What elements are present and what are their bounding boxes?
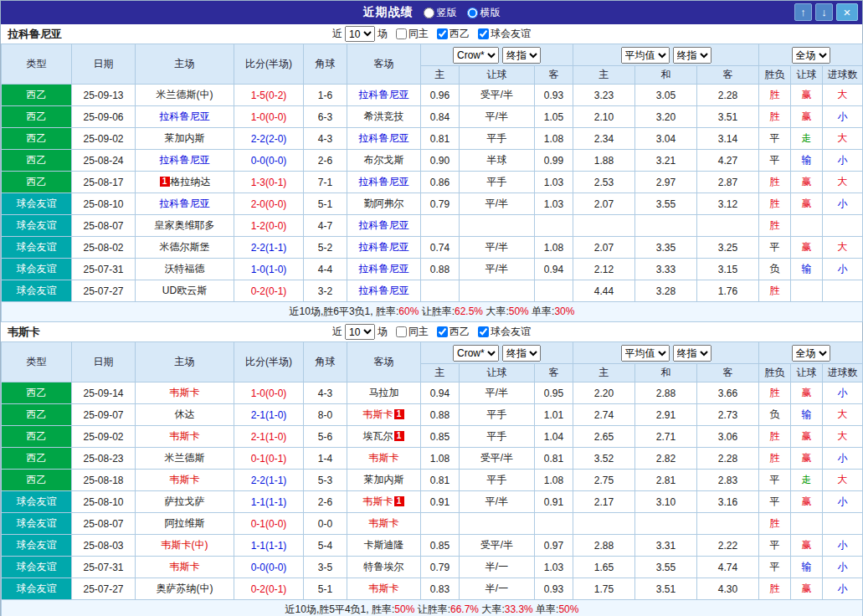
team-label: 萨拉戈萨 [165, 495, 205, 507]
cell-result-handicap: 赢 [791, 535, 823, 557]
recent-count-select[interactable]: 10 [345, 26, 375, 42]
avg-provider-select[interactable]: 平均值 [621, 345, 670, 362]
cell-result-wdl: 平 [759, 237, 791, 259]
friendly-checkbox-text: 球会友谊 [491, 27, 531, 41]
same-venue-checkbox[interactable] [396, 326, 407, 337]
odds-provider-select[interactable]: Crow* [453, 47, 499, 64]
cell-avg-away: 2.28 [697, 448, 759, 470]
same-venue-checkbox-label[interactable]: 同主 [396, 325, 429, 339]
cell-score: 0-0(0-0) [234, 150, 304, 172]
cell-avg-home [573, 215, 635, 237]
scope-select[interactable]: 全场 [792, 345, 830, 362]
close-button[interactable]: × [836, 3, 858, 21]
friendly-checkbox-label[interactable]: 球会友谊 [478, 27, 531, 41]
col-odds-away: 客 [535, 66, 573, 85]
cell-corners: 2-6 [304, 150, 347, 172]
cell-type: 西乙 [2, 404, 72, 426]
cell-odds-handicap: 半/一 [460, 578, 535, 600]
cell-date: 25-07-27 [72, 578, 136, 600]
friendly-checkbox[interactable] [478, 28, 489, 39]
league-checkbox[interactable] [437, 326, 448, 337]
match-row: 西乙25-09-13米兰德斯(中)1-5(0-2)1-6拉科鲁尼亚0.96受平/… [2, 85, 863, 106]
vertical-radio-input[interactable] [424, 8, 434, 18]
layout-radio-vertical[interactable]: 竖版 [424, 6, 457, 20]
cell-home: 米德尔斯堡 [136, 237, 234, 259]
recent-count-select[interactable]: 10 [345, 324, 375, 340]
scope-select[interactable]: 全场 [792, 47, 830, 64]
cell-avg-home: 2.07 [573, 193, 635, 215]
cell-date: 25-08-23 [72, 448, 136, 470]
cell-result-wdl: 胜 [759, 280, 791, 302]
league-checkbox-label[interactable]: 西乙 [437, 325, 470, 339]
cell-avg-away: 3.06 [697, 426, 759, 448]
team-label: 拉科鲁尼亚 [359, 285, 409, 296]
avg-provider-select[interactable]: 平均值 [621, 47, 670, 64]
cell-type: 西乙 [2, 85, 72, 106]
cell-type: 西乙 [2, 172, 72, 193]
same-venue-checkbox[interactable] [396, 28, 407, 39]
team-section: 拉科鲁尼亚近10场同主西乙球会友谊类型日期主场比分(半场)角球客场Crow*终指… [1, 24, 862, 322]
cell-avg-home: 2.53 [573, 172, 635, 193]
cell-date: 25-08-02 [72, 237, 136, 259]
col-result-wdl: 胜负 [759, 364, 791, 382]
summary-text: 66.7% [450, 603, 479, 615]
avg-stage-select[interactable]: 终指 [673, 345, 711, 362]
col-home: 主场 [136, 44, 234, 85]
titlebar-center: 近期战绩 竖版 横版 [363, 5, 501, 20]
titlebar: 近期战绩 竖版 横版 ↑ ↓ × [1, 1, 862, 24]
league-checkbox-label[interactable]: 西乙 [437, 27, 470, 41]
cell-type: 西乙 [2, 448, 72, 470]
cell-result-handicap: 走 [791, 470, 823, 491]
team-label: 拉科鲁尼亚 [359, 263, 409, 275]
cell-result-handicap: 赢 [791, 85, 823, 106]
cell-type: 球会友谊 [2, 513, 72, 535]
col-result-handicap: 让球 [791, 66, 823, 85]
col-avg-home: 主 [573, 66, 635, 85]
odds-stage-select[interactable]: 终指 [502, 47, 541, 64]
cell-date: 25-08-03 [72, 535, 136, 557]
scroll-down-button[interactable]: ↓ [815, 3, 833, 21]
col-result-goals: 进球数 [823, 364, 863, 382]
horizontal-radio-input[interactable] [467, 8, 478, 18]
cell-result-handicap: 赢 [791, 193, 823, 215]
col-avg-draw: 和 [635, 66, 697, 85]
cell-odds-handicap [460, 513, 535, 535]
recent-label: 近 [332, 27, 342, 41]
odds-stage-select[interactable]: 终指 [502, 345, 541, 362]
summary-text: 62.5% [455, 305, 483, 317]
friendly-checkbox-label[interactable]: 球会友谊 [478, 325, 531, 339]
layout-radio-horizontal[interactable]: 横版 [467, 6, 501, 20]
results-table: 类型日期主场比分(半场)角球客场Crow*终指平均值终指全场主让球客主和客胜负让… [1, 44, 863, 322]
match-row: 西乙25-09-02莱加内斯2-2(2-0)4-3拉科鲁尼亚0.81平手1.08… [2, 128, 863, 150]
cell-odds-handicap: 平手 [460, 404, 535, 426]
team-label: 韦斯卡 [369, 452, 399, 464]
cell-away: 韦斯卡 [347, 578, 421, 600]
avg-stage-select[interactable]: 终指 [673, 47, 711, 64]
cell-result-goals: 大 [823, 128, 863, 150]
cell-result-goals: 大 [823, 426, 863, 448]
cell-odds-home: 1.08 [421, 448, 460, 470]
cell-result-goals: 大 [823, 404, 863, 426]
cell-odds-home: 0.86 [421, 172, 460, 193]
col-odds-handicap: 让球 [460, 66, 535, 85]
odds-provider-select[interactable]: Crow* [453, 345, 499, 362]
cell-result-wdl: 平 [759, 491, 791, 513]
cell-corners: 3-2 [304, 280, 347, 302]
scroll-up-button[interactable]: ↑ [794, 3, 812, 21]
cell-away: 拉科鲁尼亚 [347, 172, 421, 193]
same-venue-checkbox-label[interactable]: 同主 [396, 27, 429, 41]
cell-corners: 1-4 [304, 448, 347, 470]
cell-avg-draw: 3.35 [635, 237, 697, 259]
cell-result-goals: 大 [823, 470, 863, 491]
league-checkbox[interactable] [437, 28, 448, 39]
cell-type: 球会友谊 [2, 215, 72, 237]
cell-corners: 1-6 [304, 85, 347, 106]
col-result-handicap: 让球 [791, 364, 823, 382]
summary-cell: 近10场,胜5平4负1, 胜率:50% 让胜率:66.7% 大率:33.3% 单… [2, 600, 863, 616]
cell-odds-away: 0.93 [535, 578, 573, 600]
match-row: 西乙25-08-18韦斯卡2-2(1-1)5-3莱加内斯0.81平手1.082.… [2, 470, 863, 491]
friendly-checkbox[interactable] [478, 326, 489, 337]
red-card-badge: 1 [394, 431, 404, 441]
cell-odds-home: 0.81 [421, 470, 460, 491]
cell-avg-draw: 3.31 [635, 535, 697, 557]
